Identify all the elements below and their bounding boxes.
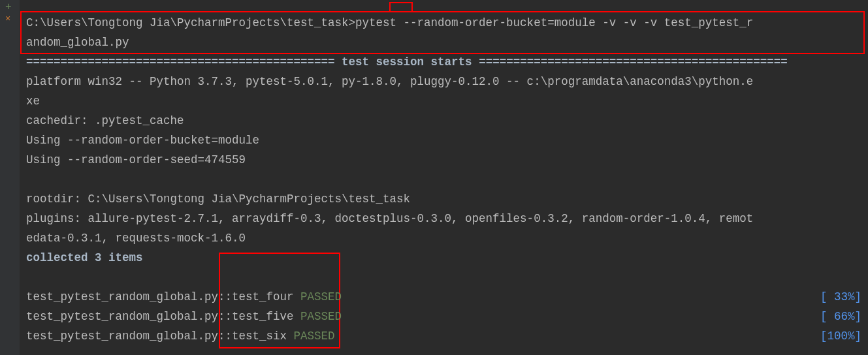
session-header: ========================================… (26, 52, 861, 72)
test-name: test_pytest_random_global.py::test_four (26, 290, 300, 303)
test-status: PASSED (300, 310, 342, 323)
command-line-2: andom_global.py (26, 33, 861, 52)
close-icon[interactable]: × (0, 13, 20, 25)
test-percent: [100%] (820, 326, 861, 346)
terminal-output[interactable]: C:\Users\Tongtong Jia\PycharmProjects\te… (20, 0, 868, 351)
header-right: ========================================… (472, 55, 788, 69)
using-seed-line: Using --random-order-seed=474559 (26, 150, 861, 170)
test-percent: [ 66%] (820, 307, 861, 326)
platform-line-1: platform win32 -- Python 3.7.3, pytest-5… (26, 72, 861, 91)
plugins-line-1: plugins: allure-pytest-2.7.1, arraydiff-… (26, 209, 861, 228)
test-result-row: test_pytest_random_global.py::test_four … (26, 287, 861, 307)
test-status: PASSED (294, 330, 335, 343)
collected-line: collected 3 items (26, 248, 861, 268)
cachedir-line: cachedir: .pytest_cache (26, 111, 861, 131)
test-name: test_pytest_random_global.py::test_six (26, 330, 294, 343)
test-result-row: test_pytest_random_global.py::test_six P… (26, 326, 861, 346)
test-name: test_pytest_random_global.py::test_five (26, 310, 300, 323)
header-title: test session starts (342, 55, 472, 69)
rootdir-line: rootdir: C:\Users\Tongtong Jia\PycharmPr… (26, 189, 861, 209)
platform-line-2: xe (26, 91, 861, 111)
test-result-row: test_pytest_random_global.py::test_five … (26, 307, 861, 326)
test-status: PASSED (300, 290, 342, 303)
add-icon[interactable]: + (0, 0, 20, 13)
gutter: + × (0, 0, 20, 355)
plugins-line-2: edata-0.3.1, requests-mock-1.6.0 (26, 228, 861, 248)
using-bucket-line: Using --random-order-bucket=module (26, 131, 861, 150)
header-left: ========================================… (26, 55, 342, 69)
command-line-1: C:\Users\Tongtong Jia\PycharmProjects\te… (26, 13, 861, 33)
test-percent: [ 33%] (820, 287, 861, 307)
